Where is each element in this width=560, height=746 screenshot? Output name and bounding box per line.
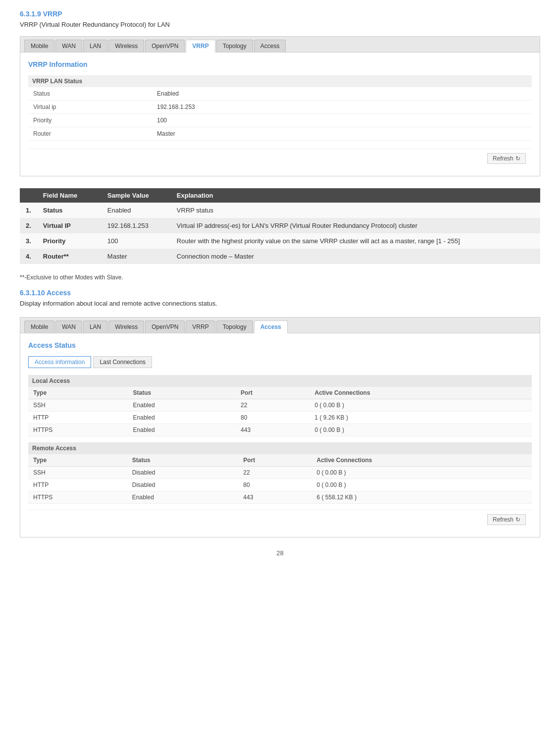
vrrp-info-table: Status Enabled Virtual ip 192.168.1.253 …	[28, 87, 532, 141]
tab-vrrp-2[interactable]: VRRP	[186, 320, 215, 333]
row-num: 1.	[20, 203, 37, 218]
vrrp-tab-bar: Mobile WAN LAN Wireless OpenVPN VRRP Top…	[20, 37, 540, 53]
refresh-label: Refresh	[493, 155, 513, 162]
row-connections: 6 ( 558.12 KB )	[311, 491, 532, 504]
footnote: **-Exclusive to other Modes with Slave.	[20, 274, 540, 281]
row-num: 2.	[20, 218, 37, 233]
table-row: Router Master	[28, 127, 532, 141]
col-status: Status	[127, 454, 239, 467]
table-row: Virtual ip 192.168.1.253	[28, 101, 532, 114]
row-explanation: Virtual IP address(-es) for LAN's VRRP (…	[171, 218, 540, 233]
sub-tab-access-info[interactable]: Access information	[28, 356, 91, 368]
vrrp-refresh-row: Refresh ↻	[28, 149, 532, 168]
vrrp-panel-title: VRRP Information	[28, 60, 532, 68]
access-sub-tab-bar: Access information Last Connections	[28, 356, 532, 368]
table-row: HTTPS Enabled 443 0 ( 0.00 B )	[28, 424, 532, 436]
vrrp-refresh-button[interactable]: Refresh ↻	[487, 153, 526, 164]
local-access-header: Local Access	[28, 375, 532, 387]
col-type: Type	[28, 454, 127, 467]
tab-vrrp[interactable]: VRRP	[186, 40, 215, 53]
access-tab-bar: Mobile WAN LAN Wireless OpenVPN VRRP Top…	[20, 318, 540, 333]
col-header-explanation: Explanation	[171, 188, 540, 203]
row-status: Disabled	[127, 479, 239, 491]
table-row: 2. Virtual IP 192.168.1.253 Virtual IP a…	[20, 218, 540, 233]
remote-access-table: Type Status Port Active Connections SSH …	[28, 454, 532, 504]
row-port: 80	[236, 412, 309, 424]
row-connections: 0 ( 0.00 B )	[310, 399, 532, 412]
explanation-table: Field Name Sample Value Explanation 1. S…	[20, 188, 540, 264]
tab-openvpn-2[interactable]: OpenVPN	[145, 320, 185, 333]
table-row: SSH Enabled 22 0 ( 0.00 B )	[28, 399, 532, 412]
field-value: 100	[152, 114, 532, 127]
row-explanation: VRRP status	[171, 203, 540, 218]
row-connections: 1 ( 9.26 KB )	[310, 412, 532, 424]
tab-lan-2[interactable]: LAN	[83, 320, 107, 333]
col-status: Status	[128, 387, 236, 399]
field-value: Enabled	[152, 87, 532, 101]
access-section-heading: 6.3.1.10 Access	[20, 289, 540, 297]
table-row: SSH Disabled 22 0 ( 0.00 B )	[28, 467, 532, 479]
col-active-connections: Active Connections	[310, 387, 532, 399]
remote-access-header: Remote Access	[28, 442, 532, 454]
table-row: 1. Status Enabled VRRP status	[20, 203, 540, 218]
tab-openvpn[interactable]: OpenVPN	[145, 40, 185, 52]
col-active-connections: Active Connections	[311, 454, 532, 467]
col-header-num	[20, 188, 37, 203]
col-header-value: Sample Value	[102, 188, 171, 203]
tab-lan[interactable]: LAN	[83, 40, 107, 52]
vrrp-tab-panel: Mobile WAN LAN Wireless OpenVPN VRRP Top…	[20, 36, 540, 176]
row-value: Enabled	[102, 203, 171, 218]
local-access-table: Type Status Port Active Connections SSH …	[28, 387, 532, 436]
tab-topology[interactable]: Topology	[216, 40, 253, 52]
tab-wireless-2[interactable]: Wireless	[108, 320, 144, 333]
table-row: Priority 100	[28, 114, 532, 127]
row-connections: 0 ( 0.00 B )	[311, 479, 532, 491]
tab-access[interactable]: Access	[254, 40, 286, 52]
row-type: SSH	[28, 467, 127, 479]
tab-mobile-2[interactable]: Mobile	[24, 320, 54, 333]
row-status: Disabled	[127, 467, 239, 479]
access-tab-panel: Mobile WAN LAN Wireless OpenVPN VRRP Top…	[20, 317, 540, 537]
row-value: Master	[102, 249, 171, 264]
vrrp-lan-status-title: VRRP LAN Status	[28, 75, 532, 87]
field-label: Status	[28, 87, 152, 101]
row-type: SSH	[28, 399, 128, 412]
row-explanation: Router with the highest priority value o…	[171, 233, 540, 249]
row-status: Enabled	[127, 491, 239, 504]
tab-topology-2[interactable]: Topology	[216, 320, 253, 333]
table-row: HTTPS Enabled 443 6 ( 558.12 KB )	[28, 491, 532, 504]
col-header-field: Field Name	[37, 188, 102, 203]
vrrp-section-intro: VRRP (Virtual Router Redundancy Protocol…	[20, 21, 540, 28]
tab-mobile[interactable]: Mobile	[24, 40, 54, 52]
col-port: Port	[238, 454, 311, 467]
field-value: Master	[152, 127, 532, 141]
row-port: 443	[238, 491, 311, 504]
table-row: 4. Router** Master Connection mode – Mas…	[20, 249, 540, 264]
tab-access-2[interactable]: Access	[254, 320, 288, 333]
tab-wan-2[interactable]: WAN	[55, 320, 82, 333]
refresh-icon: ↻	[515, 155, 520, 162]
tab-wireless[interactable]: Wireless	[108, 40, 144, 52]
row-connections: 0 ( 0.00 B )	[310, 424, 532, 436]
access-section-intro: Display information about local and remo…	[20, 300, 540, 307]
row-port: 443	[236, 424, 309, 436]
field-label: Priority	[28, 114, 152, 127]
row-explanation: Connection mode – Master	[171, 249, 540, 264]
row-value: 100	[102, 233, 171, 249]
row-num: 3.	[20, 233, 37, 249]
table-row: HTTP Disabled 80 0 ( 0.00 B )	[28, 479, 532, 491]
col-type: Type	[28, 387, 128, 399]
row-field: Router**	[37, 249, 102, 264]
col-port: Port	[236, 387, 309, 399]
tab-wan[interactable]: WAN	[55, 40, 82, 52]
row-field: Virtual IP	[37, 218, 102, 233]
row-status: Enabled	[128, 399, 236, 412]
field-value: 192.168.1.253	[152, 101, 532, 114]
sub-tab-last-connections[interactable]: Last Connections	[93, 356, 152, 368]
row-status: Enabled	[128, 424, 236, 436]
row-connections: 0 ( 0.00 B )	[311, 467, 532, 479]
vrrp-section-heading: 6.3.1.9 VRRP	[20, 10, 540, 18]
access-refresh-button[interactable]: Refresh ↻	[487, 514, 526, 525]
row-num: 4.	[20, 249, 37, 264]
row-port: 22	[236, 399, 309, 412]
